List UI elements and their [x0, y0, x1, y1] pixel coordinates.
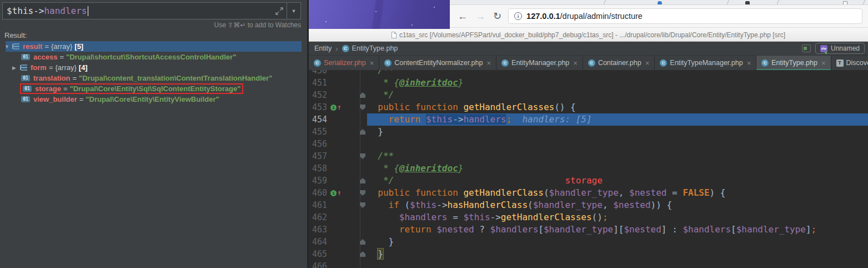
url-host: 127.0.0.1	[526, 12, 560, 21]
code-line: 452 */	[309, 89, 868, 101]
code-token: ()	[592, 212, 603, 222]
primitive-icon: 01	[21, 96, 30, 102]
tree-row[interactable]: ▼result={array}[5]	[0, 41, 309, 52]
fold-marker-icon[interactable]	[360, 251, 365, 257]
editor-preview-icon[interactable]	[802, 44, 811, 52]
variable-name: result	[23, 42, 42, 51]
trait-icon: T	[836, 59, 844, 67]
line-number: 456	[309, 138, 327, 150]
override-arrow-icon: ↑	[337, 187, 342, 199]
fold-marker-icon[interactable]	[360, 105, 365, 110]
tree-row-content: form={array}[4]	[21, 63, 88, 72]
close-icon[interactable]: ×	[573, 59, 578, 67]
tab-container-php[interactable]: CContainer.php×	[583, 56, 655, 70]
code-line: 462 $handlers = $this->getHandlerClasses…	[309, 211, 868, 224]
code-token: }	[367, 126, 383, 137]
line-number: 452	[309, 89, 327, 101]
fold-marker-icon[interactable]	[360, 129, 365, 135]
tab-entitytypemanager-php[interactable]: CEntityTypeManager.php×	[655, 56, 756, 70]
code-token: /**	[367, 151, 394, 161]
back-icon[interactable]: ←	[458, 11, 468, 22]
reload-icon[interactable]: ↻	[493, 10, 501, 22]
equals-sign: =	[79, 95, 84, 103]
fold-marker-icon[interactable]	[360, 153, 365, 159]
tree-row[interactable]: 01translation="Drupal\content_translatio…	[0, 73, 309, 83]
fold-column	[343, 150, 367, 162]
tab-entitymanager-php[interactable]: CEntityManager.php×	[496, 56, 583, 70]
tab-contententitynormalizer-php[interactable]: CContentEntityNormalizer.php×	[379, 56, 496, 70]
breadcrumb-separator: ›	[335, 44, 338, 53]
chevron-expanded-icon[interactable]: ▼	[4, 44, 13, 49]
fold-marker-icon[interactable]	[360, 202, 365, 208]
fold-column	[343, 89, 367, 101]
expression-highlight: handlers	[44, 6, 87, 16]
code-text: /**	[367, 150, 868, 162]
browser-tab-strip[interactable]	[450, 0, 868, 5]
tab-serializer-php[interactable]: CSerializer.php×	[309, 56, 379, 70]
code-token: }	[367, 236, 394, 247]
gutter-icon-slot	[327, 113, 343, 126]
code-token: )) {	[651, 200, 673, 210]
code-token: ][	[613, 224, 624, 235]
close-icon[interactable]: ×	[486, 59, 491, 67]
tab-label: EntityTypeManager.php	[670, 59, 742, 67]
chevron-collapsed-icon[interactable]: ▶	[12, 65, 21, 71]
run-configuration-chip[interactable]: php Unnamed	[815, 43, 865, 54]
code-line: 455 }	[309, 126, 868, 138]
browser-toolbar: ← → ↻ i 127.0.0.1/drupal/admin/structure	[450, 5, 868, 28]
expand-icon[interactable]	[275, 7, 283, 15]
fold-marker-icon[interactable]	[360, 178, 365, 183]
tree-row-content: 01view_builder="Drupal\Core\Entity\Entit…	[21, 95, 219, 103]
fold-column	[343, 260, 367, 268]
override-marker-icon[interactable]: 1↑	[327, 101, 343, 113]
override-marker-icon[interactable]: 1↑	[327, 187, 343, 199]
variable-value: "Drupal\shortcut\ShortcutAccessControlHa…	[66, 53, 236, 61]
line-number: 462	[309, 211, 327, 224]
code-token: $handler_type	[549, 187, 619, 198]
line-number: 450	[309, 70, 327, 77]
code-editor[interactable]: 450 /**451 * {@inheritdoc}452 */4531↑ pu…	[309, 70, 868, 268]
code-token: return	[367, 114, 426, 125]
tree-row[interactable]: 01view_builder="Drupal\Core\Entity\Entit…	[0, 94, 309, 105]
close-icon[interactable]: ×	[645, 59, 650, 67]
tab-entitytype-php[interactable]: CEntityType.php×	[756, 56, 831, 70]
code-token: ;	[811, 224, 817, 235]
tree-row[interactable]: 01storage="Drupal\Core\Entity\Sql\SqlCon…	[0, 83, 309, 94]
screenshot-root: $this->handlers ▼ Use ⇧⌘↵ to add to Watc…	[0, 0, 868, 268]
code-token: (	[404, 200, 410, 210]
array-count-badge: [5]	[74, 42, 83, 51]
fold-column	[343, 126, 367, 138]
address-bar[interactable]: i 127.0.0.1/drupal/admin/structure	[508, 8, 862, 24]
code-token: ] :	[661, 224, 683, 235]
gutter-icon-slot	[327, 224, 343, 236]
code-token: ]	[806, 224, 811, 235]
fold-marker-icon[interactable]	[360, 239, 365, 245]
code-text: $handlers = $this->getHandlerClasses();	[367, 211, 868, 224]
browser-favicon	[658, 1, 662, 5]
breadcrumb-item-file[interactable]: EntityType.php	[352, 44, 398, 52]
breadcrumb-item-entity[interactable]: Entity	[314, 44, 332, 52]
override-circle-icon: 1	[330, 190, 337, 196]
override-arrow-icon: ↑	[337, 101, 342, 113]
page-info-icon[interactable]: i	[514, 12, 522, 20]
equals-sign: =	[72, 74, 77, 82]
close-icon[interactable]: ×	[370, 59, 374, 67]
code-line: 461 if ($this->hasHandlerClass($handler_…	[309, 199, 868, 211]
forward-icon[interactable]: →	[475, 11, 485, 22]
tree-row[interactable]: ▶form={array}[4]	[0, 62, 309, 73]
fold-marker-icon[interactable]	[360, 190, 365, 196]
code-token: $this	[410, 200, 436, 210]
fold-marker-icon[interactable]	[360, 92, 365, 98]
variable-type: {array}	[51, 42, 72, 51]
code-token: if	[367, 200, 404, 210]
expression-input[interactable]: $this->handlers ▼	[2, 2, 301, 19]
chevron-down-icon[interactable]: ▼	[287, 3, 300, 19]
watches-hint: Use ⇧⌘↵ to add to Watches	[214, 21, 301, 29]
tree-row[interactable]: 01access="Drupal\shortcut\ShortcutAccess…	[0, 52, 309, 62]
tab-discoverycach[interactable]: TDiscoveryCach	[831, 56, 868, 70]
class-icon: C	[588, 59, 595, 67]
close-icon[interactable]: ×	[747, 59, 751, 67]
line-number: 458	[309, 162, 327, 175]
fold-column	[343, 236, 367, 248]
close-icon[interactable]: ×	[821, 59, 826, 67]
